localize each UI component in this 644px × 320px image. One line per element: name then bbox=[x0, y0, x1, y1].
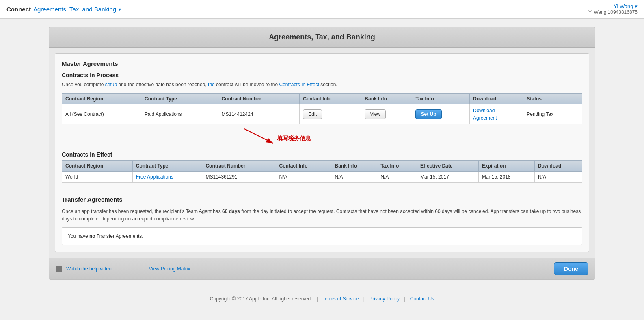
separator-1: | bbox=[317, 296, 318, 302]
th-contract-number-1: Contract Number bbox=[218, 94, 300, 104]
cell-contact-na: N/A bbox=[276, 172, 331, 183]
contracts-in-process-table: Contract Region Contract Type Contract N… bbox=[62, 93, 582, 124]
cell-contract-type: Paid Applications bbox=[141, 104, 218, 124]
download-agreement-link[interactable]: DownloadAgreement bbox=[473, 108, 497, 121]
cell-effective-date: Mar 15, 2017 bbox=[417, 172, 479, 183]
edit-button[interactable]: Edit bbox=[303, 109, 322, 119]
terms-of-service-link[interactable]: Terms of Service bbox=[322, 296, 359, 302]
nav-left: Connect Agreements, Tax, and Banking ▾ bbox=[6, 6, 121, 13]
no-transfer-message: You have no Transfer Agreements. bbox=[68, 233, 576, 239]
privacy-policy-link[interactable]: Privacy Policy bbox=[369, 296, 400, 302]
contracts-in-effect-table: Contract Region Contract Type Contract N… bbox=[62, 160, 582, 183]
cell-bank-info: View bbox=[361, 104, 412, 124]
contact-us-link[interactable]: Contact Us bbox=[410, 296, 434, 302]
th-tax-info-2: Tax Info bbox=[377, 161, 417, 172]
bottom-footer: Copyright © 2017 Apple Inc. All rights r… bbox=[0, 288, 644, 310]
cell-contract-region: All (See Contract) bbox=[62, 104, 141, 124]
th-contract-region-1: Contract Region bbox=[62, 94, 141, 104]
master-agreements-title: Master Agreements bbox=[62, 60, 582, 67]
nav-dropdown-arrow[interactable]: ▾ bbox=[119, 7, 121, 12]
footer-left: Watch the help video View Pricing Matrix bbox=[56, 266, 190, 272]
page-container: Agreements, Tax, and Banking Master Agre… bbox=[49, 27, 595, 280]
cell-free-apps: Free Applications bbox=[132, 172, 202, 183]
th-download-1: Download bbox=[469, 94, 523, 104]
cell-download: DownloadAgreement bbox=[469, 104, 523, 124]
cell-tax-na: N/A bbox=[377, 172, 417, 183]
user-name[interactable]: Yi Wang ▾ bbox=[588, 3, 638, 9]
chinese-annotation: 填写税务信息 bbox=[277, 135, 311, 142]
th-contract-region-2: Contract Region bbox=[62, 161, 133, 172]
transfer-box: You have no Transfer Agreements. bbox=[62, 227, 582, 245]
th-expiration: Expiration bbox=[478, 161, 534, 172]
cell-bank-na: N/A bbox=[331, 172, 377, 183]
th-contact-info-2: Contact Info bbox=[276, 161, 331, 172]
main-wrapper: Agreements, Tax, and Banking Master Agre… bbox=[0, 19, 644, 288]
cell-contract-number-2: MS114361291 bbox=[202, 172, 276, 183]
th-contract-type-1: Contract Type bbox=[141, 94, 218, 104]
setup-button[interactable]: Set Up bbox=[415, 109, 441, 119]
cell-download-na: N/A bbox=[534, 172, 582, 183]
table-row: All (See Contract) Paid Applications MS1… bbox=[62, 104, 582, 124]
help-video-icon bbox=[56, 266, 62, 272]
cell-world-region: World bbox=[62, 172, 133, 183]
cell-contact-info: Edit bbox=[300, 104, 361, 124]
done-button[interactable]: Done bbox=[554, 262, 588, 275]
transfer-agreements-title: Transfer Agreements bbox=[62, 196, 582, 203]
copyright-text: Copyright © 2017 Apple Inc. All rights r… bbox=[210, 296, 312, 302]
th-contract-type-2: Contract Type bbox=[132, 161, 202, 172]
annotation-area: 填写税务信息 bbox=[62, 127, 582, 147]
cell-expiration-date: Mar 15, 2018 bbox=[478, 172, 534, 183]
transfer-agreements-desc: Once an app transfer has been requested,… bbox=[62, 208, 582, 222]
separator-3: | bbox=[404, 296, 405, 302]
th-contract-number-2: Contract Number bbox=[202, 161, 276, 172]
nav-right: Yi Wang ▾ Yi Wang|10943816875 bbox=[588, 3, 638, 15]
cell-tax-info: Set Up bbox=[412, 104, 470, 124]
watch-help-video-link[interactable]: Watch the help video bbox=[66, 266, 112, 272]
contracts-in-process-title: Contracts In Process bbox=[62, 72, 582, 78]
th-effective-date: Effective Date bbox=[417, 161, 479, 172]
page-footer: Watch the help video View Pricing Matrix… bbox=[49, 258, 595, 279]
contracts-in-process-desc: Once you complete setup and the effectiv… bbox=[62, 81, 582, 88]
page-title: Agreements, Tax, and Banking bbox=[55, 33, 589, 41]
table-row: World Free Applications MS114361291 N/A … bbox=[62, 172, 582, 183]
contracts-in-effect-title: Contracts In Effect bbox=[62, 151, 582, 158]
th-download-2: Download bbox=[534, 161, 582, 172]
separator-2: | bbox=[363, 296, 365, 302]
cell-contract-number: MS114412424 bbox=[218, 104, 300, 124]
view-button[interactable]: View bbox=[365, 109, 386, 119]
nav-connect-label: Connect bbox=[6, 6, 31, 13]
th-contact-info-1: Contact Info bbox=[300, 94, 361, 104]
inner-content: Master Agreements Contracts In Process O… bbox=[55, 53, 589, 252]
top-navigation: Connect Agreements, Tax, and Banking ▾ Y… bbox=[0, 0, 644, 19]
no-label: no bbox=[89, 233, 95, 239]
cell-status: Pending Tax bbox=[523, 104, 582, 124]
page-header: Agreements, Tax, and Banking bbox=[49, 27, 595, 48]
nav-section-link[interactable]: Agreements, Tax, and Banking bbox=[33, 6, 116, 13]
section-divider bbox=[62, 189, 582, 189]
user-id: Yi Wang|10943816875 bbox=[588, 9, 638, 15]
th-bank-info-2: Bank Info bbox=[331, 161, 377, 172]
th-tax-info-1: Tax Info bbox=[412, 94, 470, 104]
th-bank-info-1: Bank Info bbox=[361, 94, 412, 104]
view-pricing-matrix-link[interactable]: View Pricing Matrix bbox=[149, 266, 190, 272]
in-process-table-wrapper: Contract Region Contract Type Contract N… bbox=[62, 93, 582, 147]
svg-line-0 bbox=[244, 129, 273, 143]
th-status-1: Status bbox=[523, 94, 582, 104]
